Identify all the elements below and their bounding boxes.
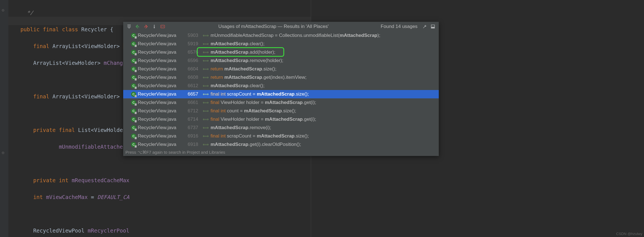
usage-line-number: 6714 — [183, 117, 198, 122]
usage-row[interactable]: CRecyclerView.java6661⟺final ViewHolder … — [123, 98, 439, 107]
usage-file: RecyclerView.java — [138, 133, 181, 139]
usage-row[interactable]: CRecyclerView.java6712⟺final int count =… — [123, 107, 439, 115]
usage-row[interactable]: CRecyclerView.java6596⟺mAttachedScrap.re… — [123, 56, 439, 65]
usage-row[interactable]: CRecyclerView.java5903⟺mUnmodifiableAtta… — [123, 31, 439, 40]
java-class-icon: C — [131, 33, 136, 38]
settings-icon[interactable] — [125, 23, 133, 30]
usage-code: mAttachedScrap.get(i).clearOldPosition()… — [211, 142, 301, 147]
constant: DEFAULT_CA — [97, 194, 129, 200]
usage-code: final ViewHolder holder = mAttachedScrap… — [211, 117, 316, 122]
usage-file: RecyclerView.java — [138, 49, 181, 55]
svg-rect-3 — [154, 25, 155, 26]
java-class-icon: C — [131, 117, 136, 122]
usage-file: RecyclerView.java — [138, 66, 181, 72]
fold-mark[interactable]: ⊖ — [2, 150, 4, 155]
field: mViewCacheMax — [46, 194, 88, 200]
read-write-icon: ⟺ — [203, 100, 209, 105]
read-write-icon: ⟺ — [203, 41, 209, 46]
usage-line-number: 6657 — [183, 91, 198, 97]
usage-row[interactable]: CRecyclerView.java6918⟺mAttachedScrap.ge… — [123, 140, 439, 149]
java-class-icon: C — [131, 108, 136, 113]
java-class-icon: C — [131, 125, 136, 130]
usage-row[interactable]: CRecyclerView.java6612⟺mAttachedScrap.cl… — [123, 82, 439, 90]
info-icon[interactable] — [151, 23, 158, 30]
usage-line-number: 5903 — [183, 33, 198, 38]
usage-line-number: 6608 — [183, 75, 198, 80]
java-class-icon: C — [131, 142, 136, 147]
keyword-class: class — [62, 26, 81, 32]
keyword-final: final — [33, 93, 53, 99]
usage-row[interactable]: CRecyclerView.java6737⟺mAttachedScrap.re… — [123, 124, 439, 132]
usage-code: mAttachedScrap.clear(); — [211, 83, 265, 89]
read-write-icon: ⟺ — [203, 117, 209, 122]
usage-file: RecyclerView.java — [138, 83, 181, 89]
usage-file: RecyclerView.java — [138, 75, 181, 80]
svg-point-6 — [162, 26, 162, 27]
usage-code: final int scrapCount = mAttachedScrap.si… — [211, 91, 309, 97]
usage-code: final int scrapCount = mAttachedScrap.si… — [211, 133, 309, 139]
java-class-icon: C — [131, 67, 136, 72]
usage-row[interactable]: CRecyclerView.java5919⟺mAttachedScrap.cl… — [123, 40, 439, 48]
read-write-icon: ⟺ — [203, 125, 209, 130]
usage-file: RecyclerView.java — [138, 142, 181, 147]
usage-file: RecyclerView.java — [138, 41, 181, 47]
comment: */ — [14, 10, 33, 16]
usage-file: RecyclerView.java — [138, 100, 181, 105]
svg-rect-5 — [161, 25, 165, 28]
usage-line-number: 6661 — [183, 100, 198, 105]
java-class-icon: C — [131, 134, 136, 139]
usage-row[interactable]: CRecyclerView.java6608⟺return mAttachedS… — [123, 73, 439, 82]
usage-file: RecyclerView.java — [138, 117, 181, 122]
keyword-private: private — [33, 127, 59, 133]
read-write-icon: ⟺ — [203, 58, 209, 63]
found-count: Found 14 usages — [381, 24, 417, 29]
brace: { — [110, 26, 113, 32]
svg-rect-2 — [127, 27, 131, 27]
usage-line-number: 6596 — [183, 58, 198, 63]
usage-code: mAttachedScrap.add(holder); — [211, 49, 276, 55]
popup-header: Usages of mAttachedScrap — Results in 'A… — [123, 22, 439, 31]
usage-code: mAttachedScrap.remove(i); — [211, 125, 271, 131]
usage-line-number: 5919 — [183, 41, 198, 47]
svg-point-7 — [163, 26, 164, 27]
usage-row[interactable]: CRecyclerView.java6576⟺mAttachedScrap.ad… — [123, 48, 439, 56]
usage-code: return mAttachedScrap.get(index).itemVie… — [211, 75, 307, 80]
svg-rect-4 — [154, 26, 155, 28]
keyword-final: final — [59, 127, 78, 133]
usage-code: return mAttachedScrap.size(); — [211, 66, 276, 72]
popup-title: Usages of mAttachedScrap — Results in 'A… — [167, 24, 380, 29]
type: ArrayList<ViewHolder> — [52, 43, 123, 49]
usage-line-number: 6576 — [183, 49, 198, 55]
read-write-icon: ⟺ — [203, 33, 209, 38]
java-class-icon: C — [131, 58, 136, 63]
next-occurrence-icon[interactable] — [142, 23, 150, 30]
read-write-icon: ⟺ — [203, 134, 209, 139]
field: mUnmodifiableAttachedS — [59, 144, 129, 150]
field: mRecyclerPool — [88, 227, 129, 234]
regex-icon[interactable] — [159, 23, 166, 30]
usage-code: final int count = mAttachedScrap.size(); — [211, 108, 296, 114]
usage-file: RecyclerView.java — [138, 125, 181, 131]
find-usages-popup: Usages of mAttachedScrap — Results in 'A… — [123, 22, 439, 156]
java-class-icon: C — [131, 75, 136, 80]
usage-row[interactable]: CRecyclerView.java6657⟺final int scrapCo… — [123, 90, 439, 98]
open-in-tool-window-icon[interactable] — [429, 23, 437, 30]
java-class-icon: C — [131, 41, 136, 46]
svg-rect-1 — [127, 26, 131, 26]
usage-row[interactable]: CRecyclerView.java6604⟺return mAttachedS… — [123, 65, 439, 73]
wrench-icon[interactable] — [421, 23, 428, 30]
usage-file: RecyclerView.java — [138, 58, 181, 63]
usage-file: RecyclerView.java — [138, 108, 181, 114]
usage-row[interactable]: CRecyclerView.java6916⟺final int scrapCo… — [123, 132, 439, 140]
usage-row[interactable]: CRecyclerView.java6714⟺final ViewHolder … — [123, 115, 439, 124]
java-class-icon: C — [131, 100, 136, 105]
keyword-final: final — [33, 43, 53, 49]
read-write-icon: ⟺ — [203, 50, 209, 55]
fold-mark[interactable]: ⊖ — [2, 8, 4, 13]
read-write-icon: ⟺ — [203, 142, 209, 147]
usage-code: mAttachedScrap.remove(holder); — [211, 58, 283, 63]
keyword-int: int — [59, 177, 72, 183]
prev-occurrence-icon[interactable] — [134, 23, 141, 30]
popup-footer-hint: Press ⌥⌘F7 again to search in Project an… — [123, 149, 439, 156]
watermark: CSDN @hzulwy — [616, 232, 642, 236]
